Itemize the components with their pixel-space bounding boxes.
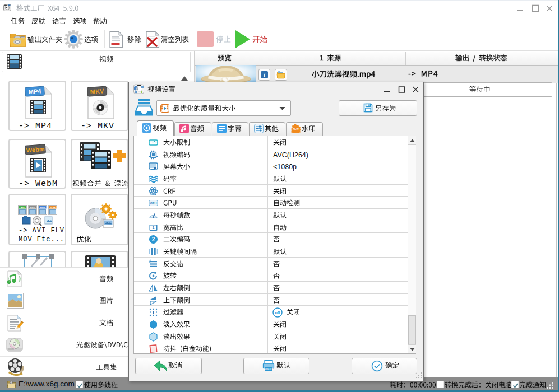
svg-text:NEW: NEW <box>293 128 299 130</box>
svg-text:DEFAULT: DEFAULT <box>264 368 274 371</box>
svg-text:MOV: MOV <box>40 206 45 209</box>
svg-text:VOB: VOB <box>50 206 56 209</box>
svg-text:off: off <box>275 311 281 315</box>
svg-text:FLV: FLV <box>30 206 35 209</box>
svg-text:1: 1 <box>153 226 155 230</box>
svg-text:MP4: MP4 <box>28 87 41 95</box>
svg-text:2: 2 <box>152 236 155 242</box>
svg-text:Webm: Webm <box>26 146 45 153</box>
svg-text:GPU: GPU <box>150 202 157 205</box>
svg-text:MKV: MKV <box>90 87 104 95</box>
svg-text:AVI: AVI <box>21 206 25 209</box>
